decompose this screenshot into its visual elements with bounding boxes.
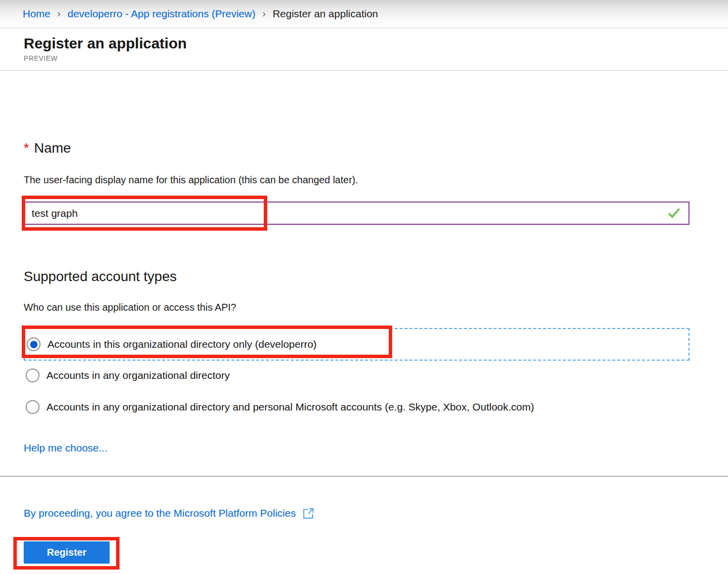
breadcrumb-home-link[interactable]: Home [23, 8, 50, 20]
name-section-heading: *Name [24, 140, 689, 157]
radio-button-icon[interactable] [27, 337, 40, 351]
breadcrumb-current-page: Register an application [273, 8, 378, 20]
breadcrumb-separator-icon: › [57, 8, 61, 19]
radio-button-icon[interactable] [26, 400, 40, 414]
radio-button-icon[interactable] [26, 369, 40, 382]
register-button[interactable]: Register [24, 541, 110, 564]
radio-option-any-directory-and-personal[interactable]: Accounts in any organizational directory… [24, 400, 689, 414]
name-heading-label: Name [34, 140, 71, 156]
help-me-choose-link[interactable]: Help me choose... [24, 442, 107, 454]
radio-option-label: Accounts in this organizational director… [47, 338, 317, 351]
radio-option-any-directory[interactable]: Accounts in any organizational directory [24, 369, 689, 382]
radio-option-label: Accounts in any organizational directory [46, 369, 230, 382]
platform-policies-link[interactable]: By proceeding, you agree to the Microsof… [24, 507, 296, 519]
required-asterisk: * [24, 140, 29, 156]
page-title: Register an application [24, 35, 728, 52]
radio-option-this-directory[interactable]: Accounts in this organizational director… [27, 337, 317, 351]
register-form: *Name The user-facing display name for t… [0, 140, 728, 564]
breadcrumb-app-registrations-link[interactable]: developerro - App registrations (Preview… [68, 8, 256, 20]
account-types-heading: Supported account types [24, 268, 689, 285]
account-types-question: Who can use this application or access t… [24, 301, 689, 313]
name-description: The user-facing display name for this ap… [24, 174, 689, 186]
breadcrumb-separator-icon: › [262, 8, 266, 19]
policy-line: By proceeding, you agree to the Microsof… [24, 507, 315, 519]
preview-badge: PREVIEW [24, 54, 728, 62]
validation-check-icon [668, 206, 681, 219]
name-input[interactable] [24, 202, 689, 225]
radio-option-label: Accounts in any organizational directory… [46, 401, 534, 413]
external-link-icon [302, 507, 315, 520]
selected-option-focus-outline: Accounts in this organizational director… [24, 328, 689, 361]
breadcrumb: Home › developerro - App registrations (… [0, 0, 728, 28]
page-header: Register an application PREVIEW [0, 28, 728, 71]
name-input-wrapper [24, 202, 689, 225]
section-divider [0, 476, 728, 477]
